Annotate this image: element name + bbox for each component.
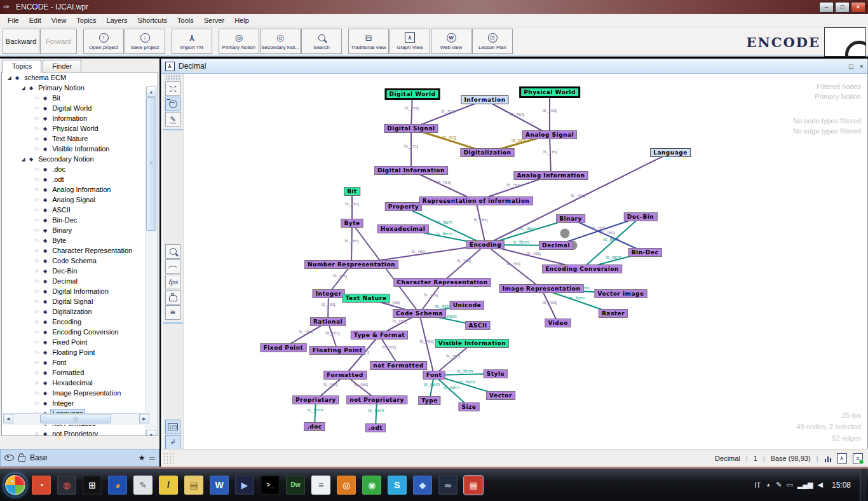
graph-view-button[interactable]: YGraph View <box>390 29 430 54</box>
collapsed-arrow-icon[interactable]: ▷ <box>34 167 41 172</box>
graph-node-proprietary[interactable]: Proprietary <box>292 395 339 404</box>
graph-node-digitalization[interactable]: Digitalization <box>461 148 515 157</box>
graph-node-ascii[interactable]: ASCII <box>465 321 490 330</box>
menu-item-help[interactable]: Help <box>229 15 254 25</box>
skype-icon[interactable]: S <box>388 476 407 495</box>
orange-ring-icon[interactable]: ◎ <box>337 476 356 495</box>
graph-node-dec-bin[interactable]: Dec-Bin <box>624 212 658 221</box>
tree-item-bit[interactable]: ▷◆Bit <box>2 93 158 103</box>
tree-item-primary-notion[interactable]: ◢◆Primary Notion <box>2 83 158 93</box>
tree-item-digital-information[interactable]: ▷◆Digital Information <box>2 286 158 296</box>
tree-item-doc[interactable]: ▷◆.doc <box>2 164 158 174</box>
tree-item-code-schema[interactable]: ▷◆Code Schema <box>2 256 158 266</box>
collapsed-arrow-icon[interactable]: ▷ <box>34 136 41 141</box>
pen-tray-icon[interactable]: ✎ <box>776 481 782 489</box>
tree-item-dec-bin[interactable]: ▷◆Dec-Bin <box>2 266 158 276</box>
menu-item-view[interactable]: View <box>46 15 72 25</box>
graph-node-analog-information[interactable]: Analog Information <box>513 171 588 180</box>
scroll-thumb[interactable] <box>146 97 156 231</box>
close-view-button[interactable]: × <box>860 62 864 70</box>
tree-item-analog-signal[interactable]: ▷◆Analog Signal <box>2 195 158 205</box>
graph-node-odt[interactable]: .odt <box>365 423 386 432</box>
minimize-button[interactable]: – <box>819 2 834 13</box>
collapsed-arrow-icon[interactable]: ▷ <box>34 126 41 131</box>
forward-button[interactable]: Forward <box>40 29 77 54</box>
collapsed-arrow-icon[interactable]: ▷ <box>34 340 41 345</box>
tree-item-information[interactable]: ▷◆Information <box>2 113 158 123</box>
association-dot[interactable] <box>560 229 570 238</box>
media-player-icon[interactable]: ▶ <box>235 476 254 495</box>
tab-topics[interactable]: Topics <box>3 60 41 72</box>
collapsed-arrow-icon[interactable]: ▷ <box>34 289 41 294</box>
menu-item-topics[interactable]: Topics <box>71 15 101 25</box>
graph-node-text-nature[interactable]: Text Nature <box>342 294 390 303</box>
tree-item-digital-world[interactable]: ▷◆Digital World <box>2 103 158 113</box>
collapsed-arrow-icon[interactable]: ▷ <box>34 146 41 151</box>
tree-item-not-proprietary[interactable]: ▷◆not Proprietary <box>2 429 158 436</box>
graph-node-language[interactable]: Language <box>650 148 691 157</box>
language-indicator[interactable]: IT <box>754 481 761 489</box>
graph-node-type-format[interactable]: Type & Format <box>351 331 408 340</box>
graph-node-rational[interactable]: Rational <box>310 317 346 326</box>
tree-item-secondary-notion[interactable]: ◢◆Secondary Notion <box>2 154 158 164</box>
tree-item-binary[interactable]: ▷◆Binary <box>2 225 158 235</box>
collapsed-arrow-icon[interactable]: ▷ <box>34 431 41 436</box>
graph-canvas[interactable]: is_reqis_reqis_reqis_reqis_reqis_reqis_a… <box>161 74 867 449</box>
dark-tool-icon[interactable]: ∞ <box>438 476 458 495</box>
powerpoint-icon[interactable]: ▦ <box>464 476 483 495</box>
collapsed-arrow-icon[interactable]: ▷ <box>34 299 41 304</box>
server-status-icon[interactable]: ≡ <box>853 453 863 463</box>
collapsed-arrow-icon[interactable]: ▷ <box>34 380 41 385</box>
graph-node-encoding[interactable]: Encoding <box>466 240 505 249</box>
tray-caret-icon[interactable]: ▲ <box>766 482 771 488</box>
tree-item-schema-ecm[interactable]: ◢◆schema ECM <box>2 72 158 83</box>
menu-item-tools[interactable]: Tools <box>172 15 199 25</box>
scroll-right-button[interactable]: ▶ <box>139 414 149 423</box>
collapsed-arrow-icon[interactable]: ▷ <box>34 309 41 314</box>
tree-item-fixed-point[interactable]: ▷◆Fixed Point <box>2 337 158 347</box>
notepad-icon[interactable]: ≡ <box>311 476 330 495</box>
tree-item-formatted[interactable]: ▷◆Formatted <box>2 367 158 378</box>
menu-item-layers[interactable]: Layers <box>102 15 133 25</box>
graph-node-bin-dec[interactable]: Bin-Dec <box>628 248 662 257</box>
tree-item-character-representation[interactable]: ▷◆Character Representation <box>2 245 158 256</box>
graph-node-unicode[interactable]: Unicode <box>450 301 484 310</box>
tree-item-visible-information[interactable]: ▷◆Visible Information <box>2 144 158 154</box>
traditional-view-button[interactable]: ⊟Traditional view <box>348 29 389 54</box>
layer-lock-icon[interactable] <box>18 456 25 462</box>
graph-node-physical-world[interactable]: Physical World <box>519 86 580 98</box>
show-desktop-button[interactable] <box>860 469 867 501</box>
graph-node-hexadecimal[interactable]: Hexadecimal <box>377 224 429 233</box>
open-project-button[interactable]: ↑Open project <box>83 29 124 54</box>
graph-node-digital-information[interactable]: Digital Information <box>374 166 448 175</box>
graph-view-icon[interactable]: Y <box>837 453 847 463</box>
graph-node-video[interactable]: Video <box>545 319 571 327</box>
restore-view-button[interactable]: □ <box>849 62 853 70</box>
graph-node-information[interactable]: Information <box>461 95 508 104</box>
collapsed-arrow-icon[interactable]: ▷ <box>34 268 41 273</box>
graph-node-vector[interactable]: Vector <box>486 391 515 400</box>
close-button[interactable]: × <box>851 2 865 13</box>
tree-item-digitalization[interactable]: ▷◆Digitalization <box>2 306 158 317</box>
chrome-icon[interactable]: ◔ <box>32 476 51 495</box>
maximize-button[interactable]: □ <box>835 2 850 13</box>
tree-item-ascii[interactable]: ▷◆ASCII <box>2 205 158 215</box>
tree-item-byte[interactable]: ▷◆Byte <box>2 235 158 245</box>
collapsed-arrow-icon[interactable]: ▷ <box>34 116 41 121</box>
app-grid-icon[interactable]: ⊞ <box>83 476 102 495</box>
graph-node-style[interactable]: Style <box>484 369 508 378</box>
collapsed-arrow-icon[interactable]: ▷ <box>34 248 41 253</box>
graph-node-image-rep[interactable]: Image Representation <box>499 284 584 293</box>
scroll-up-button[interactable]: ▲ <box>146 86 156 97</box>
graph-node-decimal[interactable]: Decimal <box>539 241 573 250</box>
menu-item-server[interactable]: Server <box>199 15 229 25</box>
collapsed-arrow-icon[interactable]: ▷ <box>34 329 41 334</box>
tree-item-bin-dec[interactable]: ▷◆Bin-Dec <box>2 215 158 225</box>
graph-node-bit[interactable]: Bit <box>344 187 360 196</box>
edge-rep-info-encoding[interactable] <box>476 201 485 245</box>
firefox-icon[interactable]: ◕ <box>108 476 127 495</box>
collapsed-arrow-icon[interactable]: ▷ <box>34 197 41 202</box>
collapsed-arrow-icon[interactable]: ▷ <box>34 177 41 182</box>
start-button[interactable] <box>4 474 27 497</box>
collapsed-arrow-icon[interactable]: ▷ <box>34 360 41 365</box>
